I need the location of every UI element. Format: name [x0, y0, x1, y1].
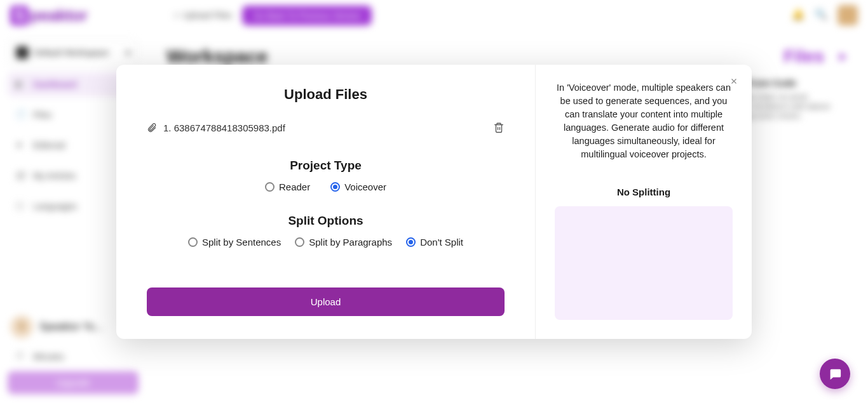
topbar: S peaktor + Upload Files Go Back To Prev… [0, 0, 868, 30]
preview-box [555, 206, 733, 320]
radio-split-sentences[interactable]: Split by Sentences [188, 237, 281, 248]
radio-icon [295, 237, 304, 247]
workspace-icon [16, 46, 29, 59]
clock-icon: ⏱ [15, 351, 27, 362]
languages-icon: ⓘ [15, 201, 27, 212]
chevron-down-icon: ▾ [126, 48, 130, 58]
sidebar-item-label: Minutes [33, 352, 64, 362]
logo-text: peaktor [30, 6, 87, 25]
radio-label: Voiceover [344, 182, 386, 192]
sidebar-item-label: Editorial [33, 140, 65, 150]
chat-fab[interactable] [820, 359, 850, 389]
sidebar-item-minutes[interactable]: ⏱ Minutes [8, 348, 139, 365]
uploaded-file-row: 1. 638674788418305983.pdf [147, 122, 505, 133]
chat-icon [828, 367, 842, 381]
chevron-right-icon: ➤ [837, 49, 848, 64]
topbar-upload-label: Upload Files [182, 10, 232, 20]
radio-icon [265, 182, 275, 192]
split-options-heading: Split Options [147, 214, 505, 228]
uploaded-file-name: 1. 638674788418305983.pdf [163, 122, 285, 133]
radio-label: Reader [279, 182, 310, 192]
radio-dont-split[interactable]: Don't Split [406, 237, 463, 248]
radio-icon [188, 237, 198, 247]
sidebar-item-label: Files [33, 110, 52, 120]
sidebar-item-label: Dashboard [33, 79, 77, 89]
no-splitting-title: No Splitting [555, 187, 733, 197]
upload-button[interactable]: Upload [147, 287, 505, 316]
bell-icon[interactable]: 🔔 [792, 8, 806, 22]
radio-split-paragraphs[interactable]: Split by Paragraphs [295, 237, 392, 248]
search-icon[interactable]: 🔍 [815, 8, 829, 22]
logo-badge: S [10, 6, 29, 25]
modal-main: Upload Files 1. 638674788418305983.pdf P… [116, 65, 536, 339]
files-icon: 📄 [15, 109, 27, 121]
topbar-upload-link[interactable]: + Upload Files [173, 10, 232, 20]
radio-icon [406, 237, 416, 247]
project-type-heading: Project Type [147, 159, 505, 173]
user-avatar: S [10, 315, 33, 338]
workspace-selector[interactable]: Default Workspace ▾ [8, 39, 139, 66]
project-type-radios: Reader Voiceover [147, 182, 505, 192]
radio-label: Split by Sentences [202, 237, 281, 248]
radio-icon [330, 182, 340, 192]
articles-icon: 📰 [15, 170, 27, 182]
delete-file-button[interactable] [493, 122, 505, 133]
radio-label: Don't Split [420, 237, 463, 248]
close-button[interactable] [726, 74, 742, 89]
topbar-cta-button[interactable]: Go Back To Previous Version [242, 6, 372, 25]
mode-description: In 'Voiceover' mode, multiple speakers c… [555, 81, 733, 161]
split-options-radios: Split by Sentences Split by Paragraphs D… [147, 237, 505, 248]
trash-icon [493, 122, 505, 133]
radio-reader[interactable]: Reader [265, 182, 310, 192]
sidebar-item-label: My Articles [33, 171, 76, 181]
paperclip-icon [147, 122, 157, 133]
editorial-icon: ★ [15, 140, 27, 151]
user-name: Speaktor Yo... [39, 321, 103, 333]
upgrade-button[interactable]: Upgrade [8, 371, 139, 394]
plus-icon: + [173, 10, 179, 20]
close-icon [729, 77, 738, 86]
workspace-label: Default Workspace [34, 48, 109, 58]
logo: S peaktor [10, 6, 87, 25]
modal-side: In 'Voiceover' mode, multiple speakers c… [536, 65, 752, 339]
dashboard-icon: ◧ [15, 79, 27, 90]
upload-modal: Upload Files 1. 638674788418305983.pdf P… [116, 65, 752, 339]
breadcrumb-files[interactable]: Files [783, 46, 824, 67]
radio-label: Split by Paragraphs [309, 237, 392, 248]
page-title: Workspace [166, 46, 268, 67]
modal-title: Upload Files [147, 86, 505, 103]
radio-voiceover[interactable]: Voiceover [330, 182, 386, 192]
avatar[interactable] [837, 5, 858, 25]
sidebar-item-label: Languages [33, 201, 77, 211]
topbar-right: 🔔 🔍 [792, 5, 858, 25]
